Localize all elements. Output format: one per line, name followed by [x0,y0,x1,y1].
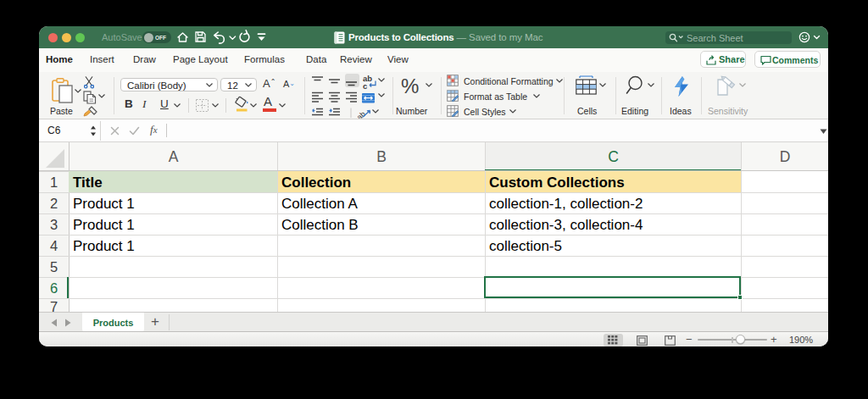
svg-text:c: c [363,81,367,91]
